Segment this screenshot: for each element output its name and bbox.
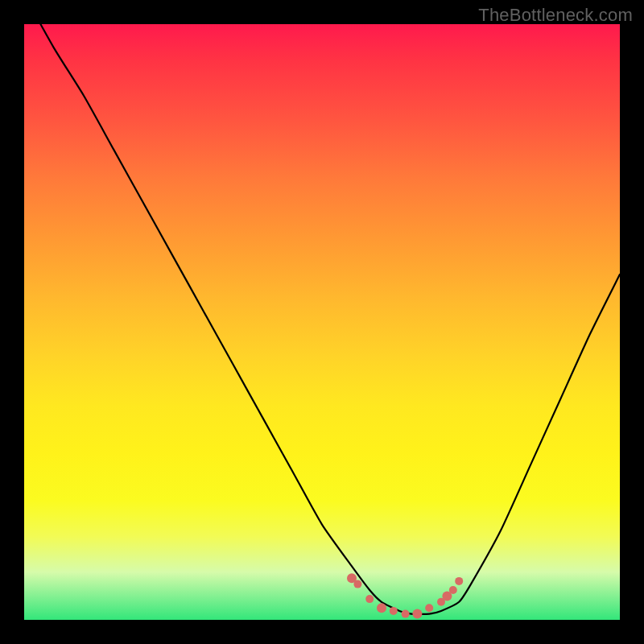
curve-marker — [425, 604, 433, 612]
curve-marker — [455, 577, 463, 585]
chart-svg — [24, 24, 620, 620]
curve-marker — [365, 595, 374, 603]
curve-marker — [412, 609, 422, 619]
curve-marker — [353, 580, 361, 588]
marker-group — [347, 573, 463, 618]
watermark-text: TheBottleneck.com — [478, 5, 633, 26]
bottleneck-curve — [24, 0, 620, 614]
curve-marker — [402, 610, 410, 618]
curve-marker — [390, 607, 398, 615]
plot-area — [24, 24, 620, 620]
curve-marker — [377, 603, 386, 613]
chart-frame: TheBottleneck.com — [0, 0, 644, 644]
curve-marker — [449, 586, 457, 594]
